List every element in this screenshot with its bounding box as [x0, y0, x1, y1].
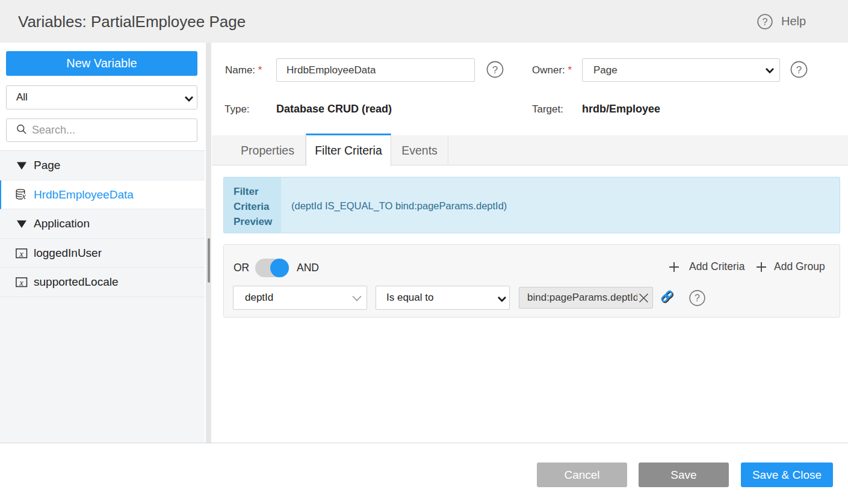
svg-text:x: x — [19, 278, 24, 287]
svg-text:x: x — [19, 250, 24, 259]
svg-text:x: x — [21, 191, 26, 200]
svg-text:?: ? — [763, 17, 768, 27]
svg-text:?: ? — [695, 293, 700, 303]
svg-text:?: ? — [492, 64, 498, 76]
svg-text:?: ? — [796, 64, 802, 76]
